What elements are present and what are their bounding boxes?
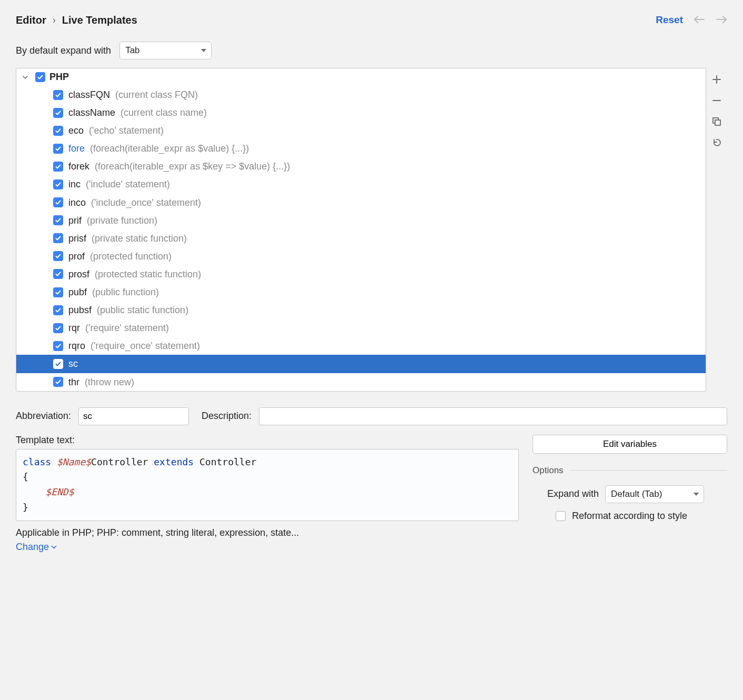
expand-with-select[interactable]: Default (Tab) xyxy=(605,485,704,503)
template-checkbox[interactable] xyxy=(53,323,63,333)
template-item[interactable]: rqro('require_once' statement) xyxy=(16,337,706,355)
template-desc: ('require_once' statement) xyxy=(91,339,200,353)
template-abbr: forek xyxy=(68,159,89,173)
breadcrumb-parent[interactable]: Editor xyxy=(16,14,46,26)
template-desc: (private function) xyxy=(87,214,157,227)
template-desc: (current class name) xyxy=(121,106,207,119)
abbreviation-label: Abbreviation: xyxy=(16,411,71,422)
template-item[interactable]: pubsf(public static function) xyxy=(16,301,706,319)
template-abbr: fore xyxy=(68,142,85,155)
template-checkbox[interactable] xyxy=(53,144,63,154)
template-abbr: rqro xyxy=(68,339,85,353)
template-item[interactable]: forek(foreach(iterable_expr as $key => $… xyxy=(16,157,706,175)
abbreviation-input[interactable] xyxy=(78,407,189,425)
expand-with-value: Default (Tab) xyxy=(611,489,662,499)
template-checkbox[interactable] xyxy=(53,251,63,261)
edit-variables-button[interactable]: Edit variables xyxy=(533,435,727,454)
templates-tree[interactable]: PHP classFQN(current class FQN)className… xyxy=(16,68,706,392)
template-checkbox[interactable] xyxy=(53,305,63,315)
template-checkbox[interactable] xyxy=(53,126,63,136)
template-desc: (private static function) xyxy=(92,232,187,245)
reset-link[interactable]: Reset xyxy=(656,14,683,26)
reformat-checkbox[interactable] xyxy=(556,511,566,521)
template-desc: ('include' statement) xyxy=(86,177,170,191)
template-item[interactable]: className(current class name) xyxy=(16,104,706,122)
group-name: PHP xyxy=(49,72,69,83)
template-item[interactable]: inc('include' statement) xyxy=(16,175,706,193)
template-abbr: thr xyxy=(68,375,79,389)
template-desc: (protected function) xyxy=(90,249,172,263)
description-label: Description: xyxy=(202,411,252,422)
template-checkbox[interactable] xyxy=(53,179,63,189)
divider xyxy=(570,470,727,471)
template-abbr: classFQN xyxy=(68,88,110,102)
template-item[interactable]: thr(throw new) xyxy=(16,373,706,391)
duplicate-template-icon[interactable] xyxy=(710,115,723,128)
template-text-label: Template text: xyxy=(16,435,519,446)
template-abbr: className xyxy=(68,106,115,119)
reformat-label: Reformat according to style xyxy=(572,511,687,522)
default-expand-value: Tab xyxy=(125,45,139,56)
template-abbr: prif xyxy=(68,214,82,227)
group-row[interactable]: PHP xyxy=(16,68,706,86)
template-item[interactable]: prosf(protected static function) xyxy=(16,265,706,283)
breadcrumb: Editor › Live Templates xyxy=(16,14,137,26)
template-item[interactable]: rqr('require' statement) xyxy=(16,319,706,337)
template-desc: (foreach(iterable_expr as $value) {...}) xyxy=(90,142,249,155)
template-checkbox[interactable] xyxy=(53,341,63,351)
template-desc: (current class FQN) xyxy=(115,88,198,102)
template-item[interactable]: prisf(private static function) xyxy=(16,229,706,247)
chevron-right-icon: › xyxy=(53,15,56,26)
revert-template-icon[interactable] xyxy=(710,136,723,149)
template-abbr: prof xyxy=(68,249,85,263)
back-arrow-icon[interactable] xyxy=(694,13,705,27)
template-checkbox[interactable] xyxy=(53,233,63,243)
template-checkbox[interactable] xyxy=(53,359,63,369)
change-context-link[interactable]: Change xyxy=(16,542,57,553)
template-item[interactable]: inco('include_once' statement) xyxy=(16,194,706,212)
template-item[interactable]: eco('echo' statement) xyxy=(16,122,706,139)
svg-rect-2 xyxy=(715,120,720,125)
description-input[interactable] xyxy=(259,407,727,425)
chevron-down-icon xyxy=(51,544,57,550)
template-desc: (public function) xyxy=(92,285,159,299)
template-item[interactable]: pubf(public function) xyxy=(16,283,706,301)
template-desc: (protected static function) xyxy=(95,267,201,281)
add-template-icon[interactable] xyxy=(710,73,723,86)
forward-arrow-icon[interactable] xyxy=(716,13,727,27)
template-item[interactable]: classFQN(current class FQN) xyxy=(16,86,706,104)
template-desc: ('require' statement) xyxy=(85,321,169,335)
expand-with-label: Expand with xyxy=(547,488,599,499)
template-checkbox[interactable] xyxy=(53,162,63,172)
template-abbr: inco xyxy=(68,196,86,209)
default-expand-label: By default expand with xyxy=(16,45,111,56)
template-abbr: pubsf xyxy=(68,303,92,317)
template-abbr: sc xyxy=(68,357,78,371)
options-header: Options xyxy=(533,465,564,476)
template-text-editor[interactable]: class $Name$Controller extends Controlle… xyxy=(16,449,519,521)
template-checkbox[interactable] xyxy=(53,215,63,225)
template-abbr: eco xyxy=(68,124,84,137)
template-item[interactable]: fore(foreach(iterable_expr as $value) {.… xyxy=(16,139,706,157)
template-item[interactable]: prof(protected function) xyxy=(16,247,706,265)
chevron-down-icon[interactable] xyxy=(22,74,29,81)
template-desc: ('include_once' statement) xyxy=(91,196,201,209)
template-checkbox[interactable] xyxy=(53,287,63,297)
group-checkbox[interactable] xyxy=(35,72,45,82)
template-checkbox[interactable] xyxy=(53,90,63,100)
template-desc: ('echo' statement) xyxy=(89,124,164,137)
default-expand-select[interactable]: Tab xyxy=(119,42,212,59)
header: Editor › Live Templates Reset xyxy=(16,13,727,27)
template-abbr: rqr xyxy=(68,321,80,335)
template-abbr: prosf xyxy=(68,267,89,281)
template-item[interactable]: prif(private function) xyxy=(16,212,706,229)
template-item[interactable]: sc xyxy=(16,355,706,373)
template-checkbox[interactable] xyxy=(53,197,63,207)
template-abbr: prisf xyxy=(68,232,86,245)
remove-template-icon[interactable] xyxy=(710,94,723,107)
template-checkbox[interactable] xyxy=(53,377,63,387)
template-abbr: pubf xyxy=(68,285,87,299)
template-checkbox[interactable] xyxy=(53,269,63,279)
template-checkbox[interactable] xyxy=(53,108,63,118)
template-abbr: inc xyxy=(68,177,81,191)
